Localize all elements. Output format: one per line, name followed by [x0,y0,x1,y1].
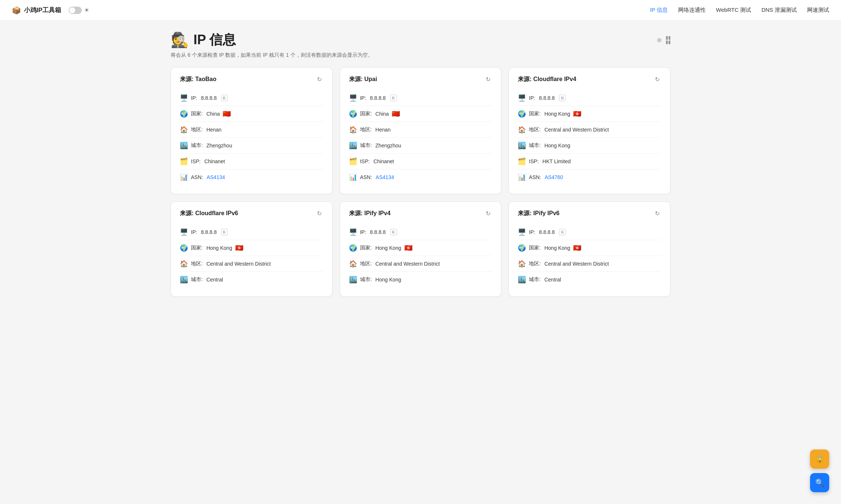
copy-ip-button[interactable]: ⎘ [221,229,228,235]
card-row: 📊ASN:AS4134 [180,169,323,185]
nav-webrtc-test[interactable]: WebRTC 测试 [716,7,751,14]
row-icon: 🖥️ [518,228,526,236]
copy-ip-button[interactable]: ⎘ [390,95,397,101]
card-title-cloudflare-ipv6: 来源: Cloudflare IPv6 [180,210,238,217]
card-title-ipify-ipv6: 来源: IPify IPv6 [518,210,559,217]
card-title-taobao: 来源: TaoBao [180,76,216,83]
row-value: Central and Western District [544,261,609,267]
card-header-cloudflare-ipv6: 来源: Cloudflare IPv6↻ [180,209,323,218]
grid-view-icon[interactable] [666,36,670,44]
row-value: Central [544,277,561,283]
row-label: ISP: [529,158,538,164]
card-header-ipify-ipv6: 来源: IPify IPv6↻ [518,209,661,218]
row-value: Hong Kong [544,111,570,117]
row-icon: 🏠 [518,260,526,268]
card-header-upai: 来源: Upai↻ [349,75,492,84]
card-cloudflare-ipv6: 来源: Cloudflare IPv6↻🖥️IP:8.8.8.8⎘🌍国家:Hon… [171,202,332,297]
refresh-button-taobao[interactable]: ↻ [315,75,323,84]
refresh-button-ipify-ipv6[interactable]: ↻ [653,209,661,218]
card-title-upai: 来源: Upai [349,76,377,83]
row-icon: 🏙️ [518,141,526,150]
card-row: 🏠地区:Central and Western District [180,256,323,272]
row-label: 地区: [360,126,372,133]
row-label: 地区: [191,126,203,133]
row-label: IP: [191,95,197,101]
nav-ip-info[interactable]: IP 信息 [650,7,668,14]
row-value: 8.8.8.8 [201,95,217,101]
row-icon: 🌍 [180,244,188,252]
row-value: 8.8.8.8 [539,229,555,235]
grid-cell [669,36,670,40]
country-flag: 🇭🇰 [573,244,581,252]
card-cloudflare-ipv4: 来源: Cloudflare IPv4↻🖥️IP:8.8.8.8⎘🌍国家:Hon… [509,67,670,194]
row-icon: 🌍 [349,110,357,118]
row-label: 地区: [191,260,203,267]
row-label: IP: [360,229,366,235]
refresh-button-cloudflare-ipv4[interactable]: ↻ [653,75,661,84]
card-title-cloudflare-ipv4: 来源: Cloudflare IPv4 [518,76,576,83]
row-icon: 🏙️ [180,141,188,150]
row-icon: 🏠 [518,126,526,134]
row-icon: 🌍 [349,244,357,252]
row-icon: 🏙️ [518,276,526,284]
row-label: 国家: [360,111,372,117]
row-icon: 🏠 [349,126,357,134]
country-flag: 🇭🇰 [573,110,581,118]
row-value: Zhengzhou [206,143,232,148]
theme-toggle[interactable]: ☀ [69,7,89,14]
copy-ip-button[interactable]: ⎘ [221,95,228,101]
card-upai: 来源: Upai↻🖥️IP:8.8.8.8⎘🌍国家:China🇨🇳🏠地区:Hen… [340,67,502,194]
toggle-track[interactable] [69,7,82,14]
nav-network-connectivity[interactable]: 网络连通性 [678,7,706,14]
card-row: 🏠地区:Central and Western District [518,256,661,272]
nav-dns-leak-test[interactable]: DNS 泄漏测试 [761,7,797,14]
page-subtitle: 将会从 6 个来源检查 IP 数据，如果当前 IP 栈只有 1 个，则没有数据的… [171,52,670,59]
row-value: Hong Kong [376,245,401,251]
row-icon: 🏙️ [180,276,188,284]
navbar-right: IP 信息 网络连通性 WebRTC 测试 DNS 泄漏测试 网速测试 [650,7,829,14]
row-value: Hong Kong [376,277,401,283]
asn-link[interactable]: AS4760 [545,174,563,180]
fab-container: 🔒 🔍 [810,449,829,492]
card-row: 🏙️城市:Zhengzhou [180,138,323,154]
refresh-button-cloudflare-ipv6[interactable]: ↻ [315,209,323,218]
refresh-button-upai[interactable]: ↻ [484,75,492,84]
page-title-text: IP 信息 [193,31,236,49]
card-row: 🏙️城市:Hong Kong [518,138,661,154]
copy-ip-button[interactable]: ⎘ [390,229,397,235]
row-icon: 🏠 [180,260,188,268]
navbar-left: 📦 小鸡IP工具箱 ☀ [12,6,89,15]
row-icon: 🌍 [518,244,526,252]
card-row: 🏙️城市:Zhengzhou [349,138,492,154]
copy-ip-button[interactable]: ⎘ [559,229,566,235]
row-icon: 📊 [349,173,357,181]
asn-link[interactable]: AS4134 [376,174,394,180]
grid-cell [666,41,668,44]
row-icon: 🖥️ [518,94,526,102]
row-label: IP: [360,95,366,101]
row-icon: 🗂️ [180,157,188,165]
row-value: Hong Kong [544,245,570,251]
card-row: 🏠地区:Henan [349,122,492,138]
row-value: Central and Western District [544,127,609,133]
asn-link[interactable]: AS4134 [207,174,225,180]
cards-grid: 来源: TaoBao↻🖥️IP:8.8.8.8⎘🌍国家:China🇨🇳🏠地区:H… [171,67,670,297]
row-icon: 📊 [518,173,526,181]
row-value: AS4134 [207,174,225,180]
copy-ip-button[interactable]: ⎘ [559,95,566,101]
hide-fab-button[interactable]: 🔒 [810,449,829,469]
grid-cell [669,41,670,44]
card-taobao: 来源: TaoBao↻🖥️IP:8.8.8.8⎘🌍国家:China🇨🇳🏠地区:H… [171,67,332,194]
card-row: 🏠地区:Central and Western District [349,256,492,272]
row-value: 8.8.8.8 [201,229,217,235]
row-value: 8.8.8.8 [370,95,386,101]
row-label: 国家: [529,111,541,117]
page-controls [657,36,670,44]
search-fab-button[interactable]: 🔍 [810,473,829,492]
row-label: 城市: [529,142,541,149]
nav-speed-test[interactable]: 网速测试 [807,7,829,14]
row-label: 国家: [191,245,203,251]
row-icon: 🖥️ [349,228,357,236]
refresh-button-ipify-ipv4[interactable]: ↻ [484,209,492,218]
control-dot [657,38,662,42]
